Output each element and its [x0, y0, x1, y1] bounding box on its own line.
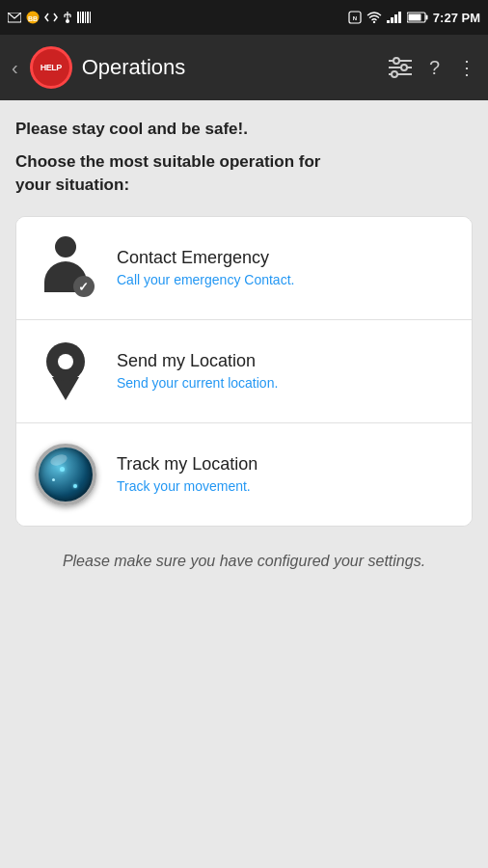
contact-emergency-title: Contact Emergency: [117, 248, 456, 268]
operation-contact-emergency[interactable]: ✓ Contact Emergency Call your emergency …: [16, 217, 472, 320]
status-bar: BB N: [0, 0, 488, 35]
track-location-icon-wrap: [32, 441, 99, 508]
svg-rect-9: [80, 12, 81, 23]
radar-icon: [35, 444, 96, 505]
wifi-icon: [366, 12, 382, 23]
page-title: Operations: [82, 55, 379, 80]
svg-rect-8: [77, 12, 79, 23]
location-pin-icon: [46, 342, 85, 400]
send-location-text: Send my Location Send your current locat…: [117, 351, 456, 391]
svg-text:N: N: [353, 15, 357, 21]
svg-rect-18: [391, 17, 393, 23]
subheadline-text: Choose the most suitable operation foryo…: [15, 150, 473, 197]
radar-dot-1: [60, 467, 65, 472]
signal-icon: [387, 12, 402, 23]
top-bar: ‹ HELP Operations ? ⋮: [0, 35, 488, 100]
usb-icon: [63, 11, 72, 24]
svg-point-7: [66, 19, 69, 23]
checkmark-badge: ✓: [73, 276, 95, 297]
status-time: 7:27 PM: [433, 11, 480, 25]
bbm-icon: BB: [26, 11, 40, 24]
help-icon[interactable]: ?: [429, 57, 440, 79]
contact-emergency-icon-wrap: ✓: [32, 234, 99, 302]
operation-track-location[interactable]: Track my Location Track your movement.: [16, 423, 472, 526]
help-button-label: HELP: [41, 63, 62, 72]
send-location-title: Send my Location: [117, 351, 456, 371]
svg-rect-19: [394, 14, 397, 23]
filter-icon[interactable]: [389, 57, 412, 78]
status-bar-left-icons: BB: [8, 11, 91, 24]
footer-note: Please make sure you have configured you…: [15, 550, 473, 573]
help-button[interactable]: HELP: [30, 46, 72, 89]
svg-point-16: [373, 21, 375, 23]
svg-rect-22: [408, 14, 420, 21]
svg-rect-12: [87, 12, 89, 23]
svg-rect-17: [387, 20, 390, 23]
battery-icon: [407, 12, 428, 23]
track-location-title: Track my Location: [117, 454, 456, 475]
status-bar-right-icons: N 7:27 PM: [348, 11, 480, 25]
operations-card: ✓ Contact Emergency Call your emergency …: [15, 216, 473, 527]
code-icon: [44, 11, 58, 24]
svg-text:BB: BB: [28, 15, 38, 22]
barcode-icon: [77, 12, 91, 23]
top-bar-actions: ? ⋮: [389, 56, 476, 79]
person-icon: ✓: [40, 236, 93, 299]
radar-dot-2: [73, 484, 77, 488]
back-arrow-icon[interactable]: ‹: [12, 57, 18, 79]
person-head: [55, 236, 76, 258]
send-location-icon-wrap: [32, 338, 99, 405]
contact-emergency-text: Contact Emergency Call your emergency Co…: [117, 248, 456, 287]
send-location-subtitle: Send your current location.: [117, 375, 456, 391]
operation-send-location[interactable]: Send my Location Send your current locat…: [16, 320, 472, 423]
radar-dot-3: [52, 478, 55, 481]
svg-point-27: [393, 58, 399, 64]
headline-text: Please stay cool and be safe!.: [15, 120, 473, 139]
svg-rect-13: [90, 12, 91, 23]
main-content: Please stay cool and be safe!. Choose th…: [0, 100, 488, 592]
pin-top: [46, 342, 85, 381]
svg-rect-20: [398, 12, 401, 23]
svg-point-29: [392, 71, 397, 77]
track-location-subtitle: Track your movement.: [117, 478, 456, 494]
svg-rect-11: [85, 12, 86, 23]
track-location-text: Track my Location Track your movement.: [117, 454, 456, 494]
nfc-icon: N: [348, 11, 362, 24]
more-options-icon[interactable]: ⋮: [457, 56, 476, 79]
svg-point-28: [401, 65, 407, 70]
svg-rect-10: [82, 12, 84, 23]
svg-rect-23: [425, 15, 427, 20]
contact-emergency-subtitle: Call your emergency Contact.: [117, 272, 456, 287]
message-icon: [8, 13, 21, 23]
